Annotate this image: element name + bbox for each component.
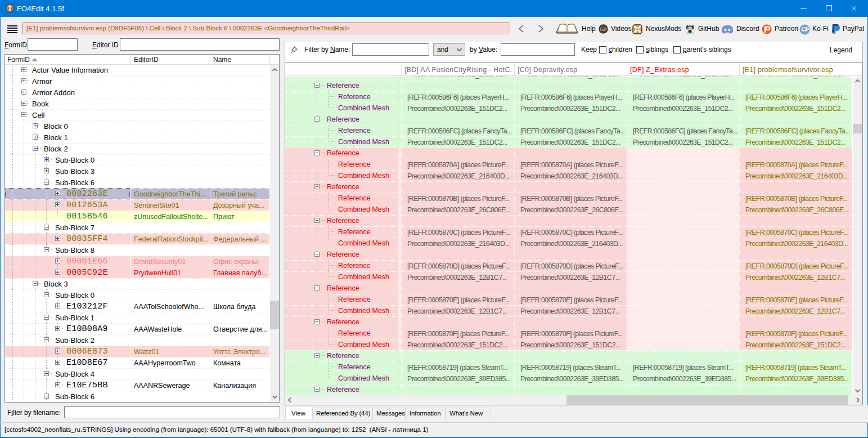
svg-text:GP: GP: [600, 26, 607, 32]
